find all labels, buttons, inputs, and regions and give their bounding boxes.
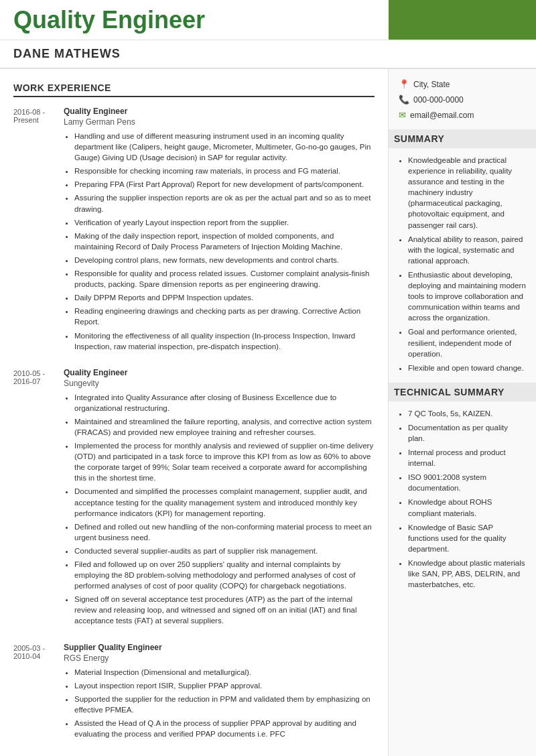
- list-item: Implemented the process for monthly anal…: [74, 440, 375, 483]
- work-date-1: 2010-05 - 2016-07: [13, 368, 64, 629]
- list-item: Filed and followed up on over 250 suppli…: [74, 559, 375, 591]
- location-icon: 📍: [399, 79, 409, 89]
- list-item: Making of the daily inspection report, i…: [74, 231, 375, 252]
- list-item: Material Inspection (Dimensional and met…: [74, 667, 375, 678]
- list-item: Daily DPPM Reports and DPPM Inspection u…: [74, 292, 375, 303]
- job-title-0: Quality Engineer: [64, 107, 375, 116]
- list-item: Internal process and product internal.: [408, 447, 526, 468]
- list-item: ISO 9001:2008 system documentation.: [408, 472, 526, 493]
- list-item: Verification of yearly Layout inspection…: [74, 217, 375, 228]
- main-content: WORK EXPERIENCE 2016-08 - PresentQuality…: [0, 69, 536, 756]
- work-date-2: 2005-03 - 2010-04: [13, 643, 64, 743]
- list-item: 7 QC Tools, 5s, KAIZEN.: [408, 408, 526, 419]
- list-item: Assisted the Head of Q.A in the process …: [74, 718, 375, 739]
- list-item: Reading engineering drawings and checkin…: [74, 306, 375, 327]
- right-column: 📍 City, State 📞 000-000-0000 ✉ email@ema…: [389, 69, 536, 756]
- work-entry-0: 2016-08 - PresentQuality EngineerLamy Ge…: [13, 107, 375, 355]
- contact-email-text: email@email.com: [410, 111, 474, 120]
- company-2: RGS Energy: [64, 653, 375, 663]
- list-item: Assuring the supplier inspection reports…: [74, 192, 375, 214]
- list-item: Monitoring the effectiveness of all qual…: [74, 330, 375, 352]
- job-bullets-0: Handling and use of different measuring …: [64, 131, 375, 352]
- list-item: Defined and rolled out new handling of t…: [74, 521, 375, 543]
- work-entries: 2016-08 - PresentQuality EngineerLamy Ge…: [13, 107, 375, 742]
- page-title: Quality Engineer: [13, 6, 205, 34]
- list-item: Documentation as per quality plan.: [408, 422, 526, 444]
- summary-list: Knowledgeable and practical experience i…: [399, 155, 526, 373]
- contact-phone: 📞 000-000-0000: [399, 94, 526, 105]
- list-item: Conducted several supplier-audits as par…: [74, 546, 375, 556]
- header: Quality Engineer: [0, 0, 536, 40]
- list-item: Integrated into Quality Assurance after …: [74, 392, 375, 414]
- list-item: Knowledge about ROHS compliant materials…: [408, 497, 526, 518]
- job-title-2: Supplier Quality Engineer: [64, 643, 375, 652]
- list-item: Documented and simplified the processes …: [74, 486, 375, 518]
- work-details-2: Supplier Quality EngineerRGS EnergyMater…: [64, 643, 375, 743]
- work-details-1: Quality EngineerSungevityIntegrated into…: [64, 368, 375, 629]
- list-item: Responsible for checking incoming raw ma…: [74, 166, 375, 176]
- work-entry-1: 2010-05 - 2016-07Quality EngineerSungevi…: [13, 368, 375, 629]
- list-item: Analytical ability to reason, paired wit…: [408, 234, 526, 266]
- technical-section-title: TECHNICAL SUMMARY: [389, 383, 536, 401]
- job-bullets-2: Material Inspection (Dimensional and met…: [64, 667, 375, 740]
- list-item: Responsible for quality and process rela…: [74, 268, 375, 290]
- summary-section-title: SUMMARY: [389, 129, 536, 148]
- list-item: Maintained and streamlined the failure r…: [74, 416, 375, 438]
- contact-email: ✉ email@email.com: [399, 110, 526, 120]
- company-0: Lamy German Pens: [64, 117, 375, 127]
- list-item: Knowledge of Basic SAP functions used fo…: [408, 522, 526, 554]
- header-accent-block: [389, 0, 536, 40]
- job-title-1: Quality Engineer: [64, 368, 375, 377]
- list-item: Goal and performance oriented, resilient…: [408, 326, 526, 359]
- email-icon: ✉: [399, 110, 406, 120]
- company-1: Sungevity: [64, 379, 375, 388]
- contact-phone-text: 000-000-0000: [413, 95, 464, 105]
- technical-list: 7 QC Tools, 5s, KAIZEN.Documentation as …: [399, 408, 526, 590]
- list-item: Layout inspection report ISIR, Supplier …: [74, 680, 375, 691]
- phone-icon: 📞: [399, 94, 409, 105]
- work-details-0: Quality EngineerLamy German PensHandling…: [64, 107, 375, 355]
- list-item: Knowledgeable and practical experience i…: [408, 155, 526, 231]
- list-item: Knowledge about plastic materials like S…: [408, 558, 526, 590]
- name-bar: DANE MATHEWS: [0, 40, 536, 69]
- candidate-name: DANE MATHEWS: [13, 47, 523, 61]
- work-entry-2: 2005-03 - 2010-04Supplier Quality Engine…: [13, 643, 375, 743]
- list-item: Developing control plans, new formats, n…: [74, 255, 375, 265]
- list-item: Signed off on several acceptance test pr…: [74, 594, 375, 626]
- header-title-area: Quality Engineer: [0, 0, 389, 40]
- contact-location: 📍 City, State: [399, 79, 526, 89]
- work-experience-section-title: WORK EXPERIENCE: [13, 82, 375, 97]
- contact-location-text: City, State: [413, 80, 450, 89]
- list-item: Flexible and open toward change.: [408, 363, 526, 373]
- list-item: Supported the supplier for the reduction…: [74, 694, 375, 715]
- list-item: Preparing FPA (First Part Approval) Repo…: [74, 179, 375, 190]
- list-item: Handling and use of different measuring …: [74, 131, 375, 163]
- left-column: WORK EXPERIENCE 2016-08 - PresentQuality…: [0, 69, 389, 756]
- job-bullets-1: Integrated into Quality Assurance after …: [64, 392, 375, 627]
- work-date-0: 2016-08 - Present: [13, 107, 64, 355]
- list-item: Enthusiastic about developing, deploying…: [408, 269, 526, 323]
